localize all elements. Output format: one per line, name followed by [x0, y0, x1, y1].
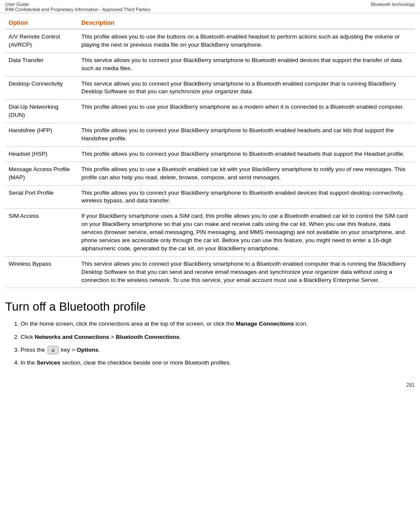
table-cell-option: Message Access Profile (MAP)	[5, 162, 78, 185]
table-cell-option: Wireless Bypass	[5, 256, 78, 288]
networks-connections-bold: Networks and Connections	[35, 334, 109, 340]
page-number: 281	[0, 380, 420, 390]
table-row: Dial-Up Networking (DUN)This profile all…	[5, 100, 415, 123]
col-option-header: Option	[5, 17, 78, 29]
table-cell-description: This profile allows you to connect your …	[78, 146, 415, 162]
steps-list: On the home screen, click the connection…	[12, 320, 415, 367]
header-right: Bluetooth technology	[371, 2, 415, 12]
table-cell-option: Data Transfer	[5, 53, 78, 76]
table-cell-option: SIM Access	[5, 209, 78, 256]
table-cell-description: This profile allows you to connect your …	[78, 185, 415, 209]
table-cell-description: This service allows you to connect your …	[78, 53, 415, 76]
manage-connections-bold: Manage Connections	[236, 320, 294, 327]
table-cell-option: Headset (HSP)	[5, 146, 78, 162]
step-1: On the home screen, click the connection…	[21, 320, 415, 328]
table-row: Wireless BypassThis service allows you t…	[5, 256, 415, 288]
page-header: User GuideRIM Confidential and Proprieta…	[0, 0, 420, 13]
table-cell-option: A/V Remote Control (AVRCP)	[5, 29, 78, 53]
table-row: Handsfree (HFP)This profile allows you t…	[5, 123, 415, 147]
table-row: Desktop ConnectivityThis service allows …	[5, 76, 415, 100]
menu-key-icon: ≡	[48, 346, 59, 354]
table-cell-description: This service allows you to connect your …	[78, 256, 415, 288]
section-title: Turn off a Bluetooth profile	[5, 300, 415, 314]
table-cell-description: If your BlackBerry smartphone uses a SIM…	[78, 209, 415, 256]
table-cell-description: This profile allows you to use your Blac…	[78, 100, 415, 123]
table-cell-description: This profile allows you to connect your …	[78, 123, 415, 147]
col-description-header: Description	[78, 17, 415, 29]
table-row: Serial Port ProfileThis profile allows y…	[5, 185, 415, 209]
bluetooth-profiles-table: Option Description A/V Remote Control (A…	[5, 17, 415, 288]
step-3: Press the ≡ key > Options.	[21, 346, 415, 354]
options-bold: Options	[77, 347, 98, 353]
bluetooth-connections-bold: Bluetooth Connections	[116, 334, 179, 340]
table-cell-option: Dial-Up Networking (DUN)	[5, 100, 78, 123]
table-cell-description: This service allows you to connect your …	[78, 76, 415, 100]
table-row: Data TransferThis service allows you to …	[5, 53, 415, 76]
table-row: SIM AccessIf your BlackBerry smartphone …	[5, 209, 415, 256]
step-4: In the Services section, clear the check…	[21, 359, 415, 367]
table-cell-description: This profile allows you to use the butto…	[78, 29, 415, 53]
table-row: Message Access Profile (MAP)This profile…	[5, 162, 415, 185]
table-cell-option: Desktop Connectivity	[5, 76, 78, 100]
content-area: Option Description A/V Remote Control (A…	[0, 17, 420, 380]
step-2: Click Networks and Connections > Bluetoo…	[21, 333, 415, 341]
services-bold: Services	[37, 359, 61, 366]
table-cell-description: This profile allows you to use a Bluetoo…	[78, 162, 415, 185]
header-left: User GuideRIM Confidential and Proprieta…	[5, 2, 150, 12]
table-row: A/V Remote Control (AVRCP)This profile a…	[5, 29, 415, 53]
table-row: Headset (HSP)This profile allows you to …	[5, 146, 415, 162]
table-cell-option: Handsfree (HFP)	[5, 123, 78, 147]
table-cell-option: Serial Port Profile	[5, 185, 78, 209]
